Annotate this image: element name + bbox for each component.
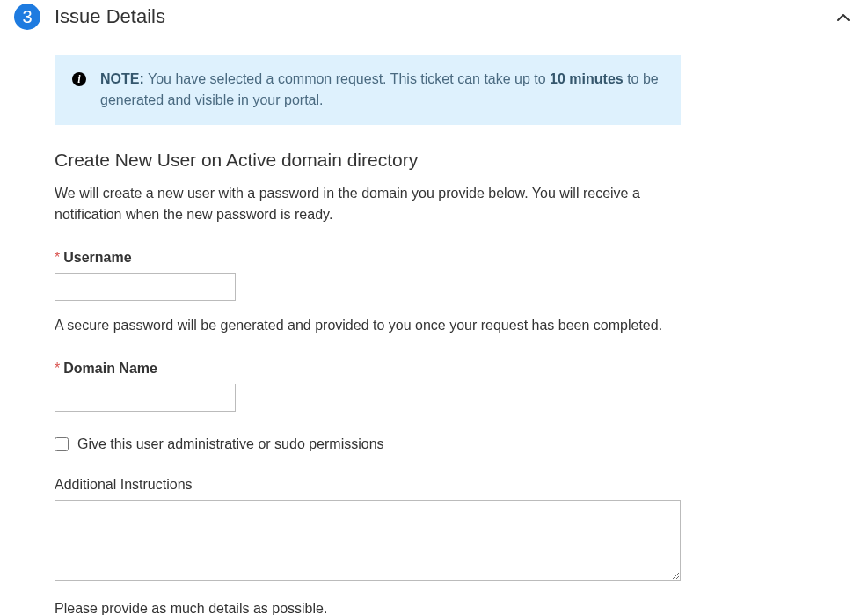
username-help: A secure password will be generated and … [55,315,681,336]
admin-permissions-checkbox[interactable] [55,437,69,451]
domain-label: *Domain Name [55,361,681,377]
username-input[interactable] [55,273,236,301]
info-icon: i [72,72,86,86]
domain-input[interactable] [55,384,236,412]
username-label: *Username [55,250,681,266]
note-label: NOTE: [100,71,144,86]
section-title: Issue Details [55,5,165,28]
step-number-badge: 3 [14,4,40,30]
collapse-toggle[interactable] [836,11,850,25]
additional-instructions-textarea[interactable] [55,500,681,581]
note-text-before: You have selected a common request. This… [144,71,550,86]
info-note: i NOTE: You have selected a common reque… [55,55,681,125]
note-duration: 10 minutes [550,71,624,86]
chevron-up-icon [836,11,850,25]
additional-instructions-label: Additional Instructions [55,477,681,493]
additional-instructions-help: Please provide as much details as possib… [55,598,681,615]
admin-permissions-label[interactable]: Give this user administrative or sudo pe… [77,436,384,452]
form-title: Create New User on Active domain directo… [55,150,681,171]
form-description: We will create a new user with a passwor… [55,183,681,225]
